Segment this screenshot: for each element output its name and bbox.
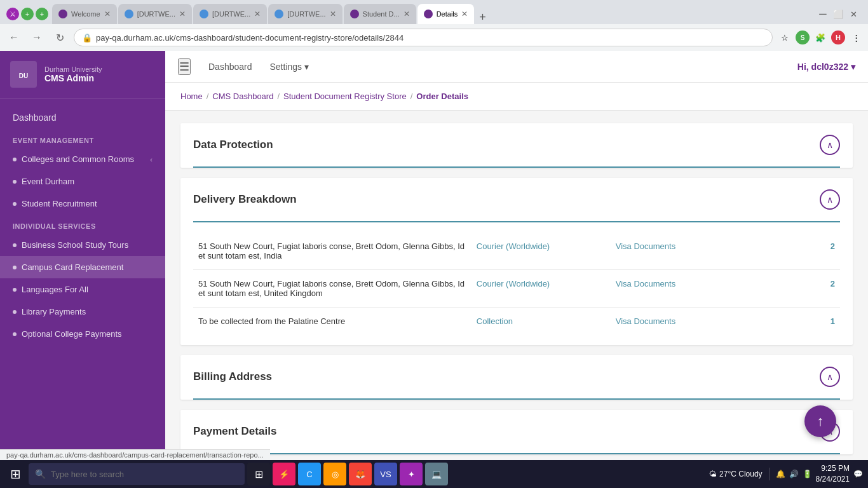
sidebar-item-event-durham[interactable]: Event Durham bbox=[0, 170, 165, 193]
taskbar-app-7[interactable]: 💻 bbox=[425, 463, 448, 485]
sidebar-item-library-payments[interactable]: Library Payments bbox=[0, 301, 165, 323]
section-delivery-breakdown-body: 51 South New Court, Fugiat laboris conse… bbox=[180, 222, 853, 345]
tab-welcome[interactable]: Welcome ✕ bbox=[52, 4, 117, 24]
section-payment-details-header[interactable]: Payment Details ∧ bbox=[180, 410, 853, 453]
section-payment-details: Payment Details ∧ bbox=[180, 410, 853, 454]
forward-button[interactable]: → bbox=[28, 29, 46, 46]
section-data-protection: Data Protection ∧ bbox=[180, 123, 853, 168]
breadcrumb-store[interactable]: Student Document Registry Store bbox=[283, 92, 407, 101]
tab-close-icon[interactable]: ✕ bbox=[179, 10, 186, 18]
sidebar-item-campus-card-replacement[interactable]: Campus Card Replacement bbox=[0, 256, 165, 278]
nav-dot-icon bbox=[13, 243, 17, 247]
section-billing-address-header[interactable]: Billing Address ∧ bbox=[180, 355, 853, 398]
system-tray-icons: 🌤 27°C Cloudy bbox=[709, 470, 763, 478]
tab-close-icon[interactable]: ✕ bbox=[461, 10, 468, 18]
close-button[interactable]: ✕ bbox=[848, 8, 859, 20]
back-button[interactable]: ← bbox=[5, 29, 23, 46]
delivery-type-1: Visa Documents bbox=[611, 233, 785, 270]
tab-close-icon[interactable]: ✕ bbox=[104, 10, 111, 18]
delivery-method-1: Courier (Worldwide) bbox=[471, 233, 611, 270]
app-icon: ◎ bbox=[332, 470, 339, 479]
taskbar-search-box[interactable]: 🔍 bbox=[29, 463, 245, 485]
nav-dot-icon bbox=[13, 202, 17, 206]
search-input[interactable] bbox=[51, 470, 238, 479]
tab-durtwe-1[interactable]: [DURTWE... ✕ bbox=[118, 4, 192, 24]
tab-close-icon[interactable]: ✕ bbox=[330, 10, 336, 18]
tab-favicon bbox=[200, 10, 208, 18]
nav-dot-icon bbox=[13, 310, 17, 314]
chevron-up-icon: ∧ bbox=[827, 372, 833, 382]
ext-icon-1[interactable]: ⚔ bbox=[6, 8, 19, 20]
reload-button[interactable]: ↻ bbox=[51, 29, 69, 46]
ext-icon-3[interactable]: + bbox=[36, 8, 48, 20]
section-data-protection-title: Data Protection bbox=[193, 139, 273, 151]
section-delivery-breakdown-header[interactable]: Delivery Breakdown ∧ bbox=[180, 178, 853, 221]
section-data-protection-header[interactable]: Data Protection ∧ bbox=[180, 123, 853, 166]
address-bar[interactable]: 🔒 pay-qa.durham.ac.uk/cms-dashboard/stud… bbox=[74, 29, 773, 46]
breadcrumb-separator: / bbox=[410, 92, 413, 101]
app-icon: ✦ bbox=[408, 470, 415, 479]
tab-student-d[interactable]: Student D... ✕ bbox=[344, 4, 416, 24]
start-button[interactable]: ⊞ bbox=[5, 464, 26, 484]
sidebar-item-student-recruitment[interactable]: Student Recruitment bbox=[0, 193, 165, 215]
app-container: DU Durham University CMS Admin Dashboard… bbox=[0, 51, 868, 488]
section-delivery-breakdown: Delivery Breakdown ∧ 51 South New Court,… bbox=[180, 178, 853, 345]
clock[interactable]: 9:25 PM 8/24/2021 bbox=[816, 463, 850, 485]
tab-close-icon[interactable]: ✕ bbox=[403, 10, 410, 18]
tab-durtwe-2[interactable]: [DURTWE... ✕ bbox=[193, 4, 267, 24]
tab-favicon bbox=[350, 10, 359, 18]
nav-item-label: Colleges and Common Rooms bbox=[22, 154, 134, 164]
breadcrumb-cms-dashboard[interactable]: CMS Dashboard bbox=[212, 92, 273, 101]
ext-icon-2[interactable]: + bbox=[21, 8, 34, 20]
tab-details[interactable]: Details ✕ bbox=[417, 4, 475, 24]
maximize-button[interactable]: ⬜ bbox=[832, 8, 844, 20]
settings-dropdown[interactable]: Settings ▾ bbox=[270, 62, 309, 72]
sidebar-item-languages-for-all[interactable]: Languages For All bbox=[0, 278, 165, 301]
task-view-symbol: ⊞ bbox=[255, 468, 263, 480]
task-view-icon[interactable]: ⊞ bbox=[247, 463, 270, 485]
ext-save-icon[interactable]: S bbox=[796, 30, 810, 44]
top-bar-right: Hi, dcl0z322 ▾ bbox=[797, 62, 855, 72]
hamburger-menu[interactable]: ☰ bbox=[178, 58, 191, 75]
tab-title: Welcome bbox=[71, 10, 100, 18]
sidebar-item-optional-college-payments[interactable]: Optional College Payments bbox=[0, 323, 165, 345]
section-divider bbox=[193, 398, 840, 400]
bookmark-icon[interactable]: ☆ bbox=[778, 30, 792, 44]
nav-item-label: Business School Study Tours bbox=[22, 240, 128, 250]
minimize-button[interactable]: ─ bbox=[817, 8, 829, 20]
weather-icon: 🌤 bbox=[709, 470, 717, 478]
section-delivery-breakdown-toggle[interactable]: ∧ bbox=[820, 189, 840, 210]
delivery-count-1: 2 bbox=[784, 233, 840, 270]
new-tab-button[interactable]: + bbox=[475, 11, 490, 24]
tab-title: Student D... bbox=[363, 10, 400, 18]
tab-title: Details bbox=[437, 10, 458, 18]
section-data-protection-toggle[interactable]: ∧ bbox=[820, 135, 840, 155]
user-avatar[interactable]: H bbox=[831, 30, 845, 44]
breadcrumb-separator: / bbox=[277, 92, 280, 101]
tab-close-icon[interactable]: ✕ bbox=[254, 10, 261, 18]
taskbar-app-6[interactable]: ✦ bbox=[400, 463, 423, 485]
puzzle-icon[interactable]: 🧩 bbox=[813, 30, 827, 44]
user-menu[interactable]: Hi, dcl0z322 ▾ bbox=[797, 62, 855, 72]
lock-icon: 🔒 bbox=[82, 33, 92, 43]
tab-durtwe-3[interactable]: [DURTWE... ✕ bbox=[268, 4, 342, 24]
section-billing-address: Billing Address ∧ bbox=[180, 355, 853, 400]
taskbar-app-5[interactable]: VS bbox=[374, 463, 397, 485]
top-nav-dashboard[interactable]: Dashboard bbox=[203, 53, 257, 81]
chevron-right-icon: ‹ bbox=[150, 156, 153, 163]
scroll-to-top-button[interactable]: ↑ bbox=[804, 405, 836, 437]
sidebar-item-colleges-common-rooms[interactable]: Colleges and Common Rooms ‹ bbox=[0, 148, 165, 170]
sidebar-item-dashboard[interactable]: Dashboard bbox=[0, 106, 165, 129]
breadcrumb-home[interactable]: Home bbox=[180, 92, 203, 101]
taskbar-app-3[interactable]: ◎ bbox=[323, 463, 346, 485]
taskbar-app-1[interactable]: ⚡ bbox=[273, 463, 295, 485]
notification-icon[interactable]: 💬 bbox=[853, 470, 863, 478]
section-billing-address-toggle[interactable]: ∧ bbox=[820, 367, 840, 387]
more-icon[interactable]: ⋮ bbox=[849, 30, 863, 44]
settings-label: Settings bbox=[270, 62, 302, 72]
taskbar-app-2[interactable]: C bbox=[298, 463, 321, 485]
section-billing-address-title: Billing Address bbox=[193, 370, 272, 383]
nav-item-label: Student Recruitment bbox=[22, 199, 97, 208]
taskbar-app-4[interactable]: 🦊 bbox=[349, 463, 372, 485]
sidebar-item-business-school-study-tours[interactable]: Business School Study Tours bbox=[0, 234, 165, 256]
